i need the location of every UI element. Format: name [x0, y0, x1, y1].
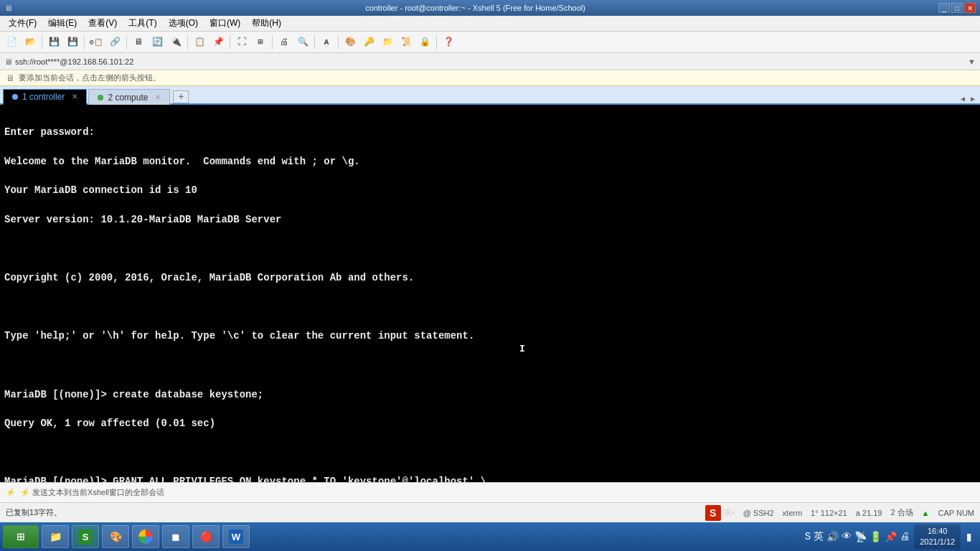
tab-close-1[interactable]: ✕ — [72, 93, 77, 100]
tab-controller[interactable]: 1 controller ✕ — [3, 89, 87, 105]
tab-bar: 1 controller ✕ 2 compute ✕ + ◀ ▶ — [0, 86, 980, 105]
send-bar-label: ⚡ 发送文本到当前Xshell窗口的全部会话 — [20, 487, 164, 498]
taskbar-sublime[interactable]: S — [72, 525, 99, 548]
address-dropdown-icon[interactable]: ▼ — [968, 57, 976, 66]
tray-icon-4[interactable]: 👁 — [842, 531, 852, 542]
status-session: 2 合场 — [890, 507, 913, 518]
xshell-brand: S 英• — [705, 505, 735, 521]
address-text: ssh://root****@192.168.56.101:22 — [15, 57, 133, 66]
terminal-content: Enter password: Welcome to the MariaDB m… — [4, 110, 976, 482]
save-button[interactable]: 💾 — [45, 34, 62, 51]
start-button[interactable]: ⊞ — [3, 525, 39, 548]
tray-icon-2[interactable]: 英 — [814, 530, 824, 543]
tray-icon-8[interactable]: 🖨 — [900, 531, 910, 542]
fullscreen-button[interactable]: ⛶ — [233, 34, 250, 51]
line-11: Query OK, 1 row affected (0.01 sec) — [4, 418, 215, 429]
line-10: MariaDB [(none)]> create database keysto… — [4, 389, 263, 400]
show-desktop-button[interactable]: ▮ — [965, 529, 973, 545]
menu-file[interactable]: 文件(F) — [3, 16, 42, 31]
send-bar: ⚡ ⚡ 发送文本到当前Xshell窗口的全部会话 — [0, 482, 980, 502]
menu-window[interactable]: 窗口(W) — [204, 16, 246, 31]
address-bar: 🖥 ssh://root****@192.168.56.101:22 ▼ — [0, 53, 980, 70]
menu-view[interactable]: 查看(V) — [83, 16, 123, 31]
menu-edit[interactable]: 编辑(E) — [42, 16, 83, 31]
terminal[interactable]: Enter password: Welcome to the MariaDB m… — [0, 105, 980, 482]
reconnect-button[interactable]: 🔄 — [149, 34, 166, 51]
tab-compute[interactable]: 2 compute ✕ — [88, 89, 170, 105]
properties-button[interactable]: 🖥 — [130, 34, 147, 51]
disconnect-button[interactable]: 🔌 — [167, 34, 184, 51]
tab-close-2[interactable]: ✕ — [155, 93, 161, 101]
session-manager-button[interactable]: ⚙📋 — [88, 34, 105, 51]
help-button[interactable]: ❓ — [440, 34, 457, 51]
separator-8 — [338, 35, 339, 50]
xshell-logo: S — [705, 505, 721, 521]
print-button[interactable]: 🖨 — [275, 34, 293, 51]
separator-5 — [230, 35, 230, 50]
chrome-icon — [138, 529, 153, 544]
status-bar-right: S 英• @ SSH2 xterm 1° 112×21 a 21.19 2 合场… — [705, 505, 974, 521]
key-button[interactable]: 🔑 — [360, 34, 377, 51]
word-icon: W — [229, 529, 243, 544]
status-term: xterm — [783, 509, 803, 517]
taskbar-explorer[interactable]: 📁 — [42, 525, 69, 548]
menu-help[interactable]: 帮助(H) — [246, 16, 287, 31]
open-button[interactable]: 📂 — [22, 34, 39, 51]
tab-prev-button[interactable]: ◀ — [958, 95, 967, 103]
tray-icon-1[interactable]: S — [805, 531, 811, 542]
clock-date: 2021/1/12 — [920, 537, 955, 547]
taskbar-word[interactable]: W — [222, 525, 250, 548]
tab-label-1: 1 controller — [22, 92, 65, 102]
system-clock[interactable]: 16:40 2021/1/12 — [914, 524, 961, 550]
maximize-button[interactable]: □ — [951, 3, 963, 13]
tab-add-button[interactable]: + — [173, 90, 189, 103]
tray-icon-7[interactable]: 📌 — [885, 531, 897, 543]
taskbar-app5[interactable]: ◼ — [162, 525, 189, 548]
new-button[interactable]: 📄 — [3, 34, 20, 51]
taskbar-chrome[interactable] — [132, 525, 159, 548]
address-icon: 🖥 — [4, 57, 12, 66]
status-arrow-up: ▲ — [922, 509, 930, 517]
lock-button[interactable]: 🔒 — [416, 34, 433, 51]
tray-icon-6[interactable]: 🔋 — [870, 531, 882, 543]
separator-3 — [126, 35, 127, 50]
line-13: MariaDB [(none)]> GRANT ALL PRIVILEGES O… — [4, 476, 486, 482]
explorer-icon: 📁 — [48, 529, 62, 544]
layout-button[interactable]: ⊞ — [252, 34, 269, 51]
paint-icon: 🎨 — [108, 529, 123, 544]
script-button[interactable]: 📜 — [397, 34, 415, 51]
taskbar-app6[interactable]: 🔴 — [192, 525, 220, 548]
tab-dot-2 — [98, 95, 103, 100]
toolbar: 📄 📂 💾 💾 ⚙📋 🔗 🖥 🔄 🔌 📋 📌 ⛶ ⊞ 🖨 🔍 A 🎨 🔑 📁 📜… — [0, 32, 980, 53]
taskbar-paint[interactable]: 🎨 — [102, 525, 129, 548]
copy-button[interactable]: 📋 — [191, 34, 208, 51]
line-3: Your MariaDB connection id is 10 — [4, 184, 197, 196]
status-ssh2: @ SSH2 — [743, 509, 774, 517]
separator-4 — [187, 35, 188, 50]
menu-options[interactable]: 选项(O) — [163, 16, 204, 31]
font-button[interactable]: A — [318, 34, 335, 51]
app5-icon: ◼ — [169, 529, 183, 544]
separator-2 — [84, 35, 85, 50]
title-bar: 🖥 controller - root@controller:~ - Xshel… — [0, 0, 980, 16]
status-size: 1° 112×21 — [811, 509, 847, 517]
menu-tools[interactable]: 工具(T) — [123, 16, 162, 31]
notice-icon: 🖥 — [6, 73, 14, 83]
tray-icon-5[interactable]: 📡 — [854, 531, 867, 543]
save-all-button[interactable]: 💾 — [64, 34, 81, 51]
tab-next-button[interactable]: ▶ — [969, 95, 977, 103]
line-2: Welcome to the MariaDB monitor. Commands… — [4, 156, 360, 167]
close-button[interactable]: ✕ — [964, 3, 976, 13]
new-session-button[interactable]: 🔗 — [106, 34, 123, 51]
taskbar-right: S 英 🔊 👁 📡 🔋 📌 🖨 16:40 2021/1/12 ▮ — [805, 524, 977, 550]
search-button[interactable]: 🔍 — [294, 34, 311, 51]
sftp-button[interactable]: 📁 — [379, 34, 396, 51]
minimize-button[interactable]: _ — [938, 3, 950, 13]
tray-icon-3[interactable]: 🔊 — [826, 531, 839, 543]
separator-6 — [272, 35, 273, 50]
color-button[interactable]: 🎨 — [341, 34, 359, 51]
status-bar: 已复制13字符。 S 英• @ SSH2 xterm 1° 112×21 a 2… — [0, 502, 980, 522]
paste-button[interactable]: 📌 — [209, 34, 227, 51]
separator-9 — [436, 35, 437, 50]
taskbar: ⊞ 📁 S 🎨 ◼ 🔴 W S 英 🔊 👁 📡 🔋 📌 🖨 16:40 — [0, 522, 980, 551]
